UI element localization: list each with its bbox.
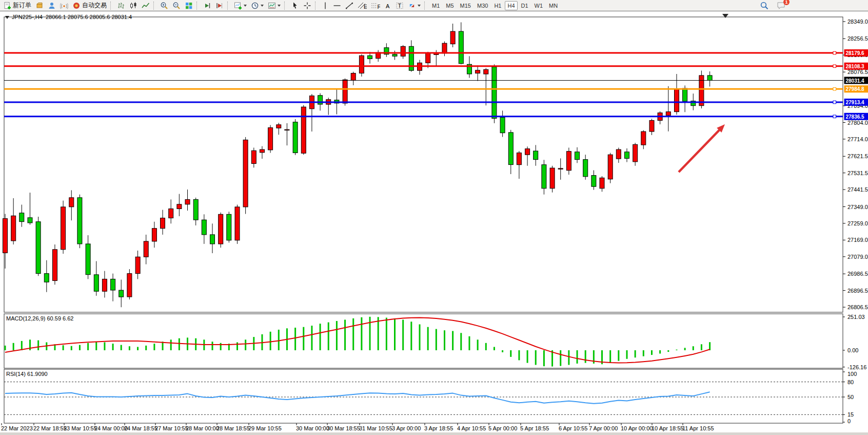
cursor-button[interactable]	[289, 1, 301, 11]
macd-title: MACD(12,26,9)	[6, 315, 45, 321]
time-label: 30 Mar 00:00	[296, 425, 329, 431]
macd-values: 60.59 6.62	[47, 315, 73, 321]
candle-body	[508, 133, 513, 165]
hline-handle[interactable]	[833, 88, 836, 91]
time-axis: 22 Mar 202322 Mar 18:5523 Mar 10:5524 Ma…	[1, 423, 714, 431]
macd-scale-label: -126.16	[847, 364, 866, 370]
time-label: 29 Mar 10:55	[248, 425, 282, 431]
candle-body	[260, 149, 265, 153]
auto-scroll-button[interactable]	[202, 1, 213, 11]
rsi-scale-label: 0	[847, 418, 851, 424]
line-chart-button[interactable]	[140, 1, 151, 11]
timeframe-button-H1[interactable]: H1	[491, 1, 504, 10]
hline-handle[interactable]	[833, 51, 836, 54]
signal-icon	[60, 2, 68, 10]
bar-chart-button[interactable]	[115, 1, 127, 11]
signal-button[interactable]	[58, 1, 70, 11]
hline-handle[interactable]	[833, 101, 836, 104]
arrows-tool-button[interactable]	[406, 1, 422, 11]
vertical-line-tool-button[interactable]	[320, 1, 330, 11]
candle-body	[675, 89, 679, 112]
candle-body	[517, 153, 521, 165]
candle-body	[285, 129, 289, 130]
gold-cube-button[interactable]	[34, 1, 45, 11]
candle-body	[44, 274, 49, 282]
candle-body	[534, 151, 538, 160]
rsi-value: 61.9090	[27, 371, 48, 377]
price-tag-label: 28031.4	[846, 78, 865, 84]
timeframe-button-MN[interactable]: MN	[546, 1, 560, 10]
time-label: 28 Mar 18:55	[216, 425, 250, 431]
channel-tool-button[interactable]: E	[356, 1, 368, 11]
profile-button[interactable]	[46, 1, 57, 11]
chart-menu-icon[interactable]	[5, 16, 9, 19]
candle-body	[683, 88, 687, 101]
chart-title: JPN225-,H428066.1 28075.6 28005.6 28031.…	[5, 14, 132, 20]
trendline-icon	[345, 2, 353, 10]
indicators-button[interactable]	[232, 1, 248, 11]
tile-windows-icon	[185, 2, 193, 10]
candle-body	[235, 207, 240, 240]
candle-body	[3, 219, 8, 253]
timeframe-button-M1[interactable]: M1	[429, 1, 442, 10]
timeframe-button-M5[interactable]: M5	[443, 1, 456, 10]
horizontal-line-tool-button[interactable]	[331, 1, 343, 11]
candle-body	[219, 214, 223, 244]
zoom-in-button[interactable]	[159, 1, 170, 11]
vertical-line-icon	[322, 2, 329, 10]
line-chart-icon	[142, 2, 150, 10]
time-label: 3 Apr 18:55	[424, 425, 453, 431]
main-pane[interactable]	[4, 17, 843, 312]
time-label: 6 Apr 10:55	[559, 425, 587, 431]
hline-handle[interactable]	[833, 65, 836, 68]
macd-scale-label: 251.03	[847, 314, 865, 320]
bar-chart-icon	[117, 2, 125, 10]
separator	[315, 2, 318, 10]
time-label: 22 Mar 2023	[1, 425, 33, 431]
candle-body	[450, 31, 455, 44]
hline-handle[interactable]	[833, 115, 836, 118]
candle-body	[193, 199, 198, 220]
candle-body	[111, 279, 115, 290]
separator	[110, 2, 113, 10]
new-order-button[interactable]: 新订单	[2, 1, 33, 11]
profile-icon	[48, 2, 56, 10]
periods-button[interactable]	[249, 1, 265, 11]
candle-body	[625, 152, 629, 159]
timeframe-button-H4[interactable]: H4	[505, 1, 517, 10]
candle-body	[86, 244, 90, 275]
chat-button[interactable]: 1	[775, 1, 787, 11]
candle-body	[442, 43, 447, 53]
templates-button[interactable]	[266, 1, 282, 11]
candle-body	[401, 46, 405, 56]
tile-windows-button[interactable]	[183, 1, 194, 11]
timeframe-button-M30[interactable]: M30	[475, 1, 490, 10]
zoom-out-button[interactable]	[171, 1, 182, 11]
zoom-in-icon	[160, 2, 168, 10]
timeframe-button-W1[interactable]: W1	[532, 1, 546, 10]
chart-canvas[interactable]: 28349.028256.528168.528076.527894.027804…	[0, 11, 868, 435]
timeframe-button-D1[interactable]: D1	[519, 1, 531, 10]
chart-area[interactable]: JPN225-,H428066.1 28075.6 28005.6 28031.…	[0, 11, 868, 435]
fibonacci-tool-button[interactable]: F	[369, 1, 382, 11]
text-tool-button[interactable]: A	[383, 1, 393, 11]
candle-body	[608, 155, 613, 179]
dropdown-caret-icon	[244, 5, 247, 7]
candlestick-chart-button[interactable]	[128, 1, 139, 11]
trendline-tool-button[interactable]	[344, 1, 355, 11]
search-button[interactable]	[758, 1, 771, 11]
timeframe-button-M15[interactable]: M15	[458, 1, 474, 10]
svg-text:T: T	[398, 3, 402, 9]
autotrading-button[interactable]: 自动交易	[71, 1, 108, 11]
label-tool-button[interactable]: T	[394, 1, 405, 11]
candle-body	[666, 112, 670, 116]
gold-cube-icon	[35, 2, 44, 10]
price-tag-label: 28108.3	[846, 64, 865, 69]
chart-shift-button[interactable]	[214, 1, 225, 11]
candle-body	[161, 218, 165, 229]
candle-body	[484, 69, 488, 74]
crosshair-button[interactable]	[302, 1, 313, 11]
svg-text:F: F	[378, 4, 381, 10]
candle-body	[119, 290, 124, 297]
rsi-scale-label: 100	[847, 371, 857, 377]
